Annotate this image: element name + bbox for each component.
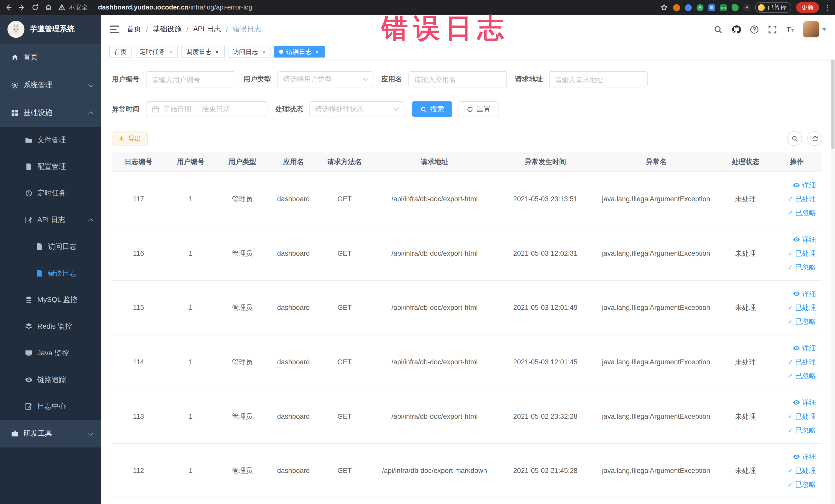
timer-icon [24,189,32,198]
extension-icon[interactable] [673,4,680,11]
close-tab-icon[interactable]: × [261,48,266,55]
home-icon[interactable] [44,3,53,12]
tab-错误日志[interactable]: 错误日志× [274,46,325,58]
extension-on-badge[interactable]: on [720,4,727,11]
processed-link[interactable]: ✓已处理 [788,357,816,367]
tab-定时任务[interactable]: 定时任务× [135,46,178,58]
processed-link[interactable]: ✓已处理 [788,411,816,421]
process-status-select[interactable]: 请选择处理状态 [309,101,404,117]
export-button[interactable]: 导出 [112,132,148,145]
rabbit-logo-icon [7,21,24,38]
eye-icon [24,376,32,384]
user-menu[interactable] [803,21,827,37]
ignored-link[interactable]: ✓已忽略 [788,262,816,272]
table-cell-status: 未处理 [720,335,771,389]
processed-link[interactable]: ✓已处理 [788,303,816,312]
sidebar-item-链路追踪[interactable]: 链路追踪 [0,366,101,393]
processed-link[interactable]: ✓已处理 [788,466,816,475]
sidebar-item-MySQL-监控[interactable]: MySQL 监控 [0,286,101,313]
ignored-link[interactable]: ✓已忽略 [788,480,816,489]
detail-link[interactable]: 详细 [793,180,816,190]
back-icon[interactable] [4,3,13,12]
user-type-select[interactable]: 请选择用户类型 [278,72,373,87]
detail-link[interactable]: 详细 [793,289,816,299]
check-icon: ✓ [788,359,793,365]
breadcrumb-item[interactable]: 基础设施 [153,24,182,34]
ignored-link[interactable]: ✓已忽略 [788,208,816,218]
update-button[interactable]: 更新 [796,2,819,13]
ignored-link[interactable]: ✓已忽略 [788,317,816,326]
breadcrumb-item[interactable]: 首页 [127,24,141,34]
search-button[interactable]: 搜索 [412,101,452,117]
detail-link[interactable]: 详细 [793,235,816,244]
extension-icon[interactable]: ▦ [708,4,715,11]
request-url-input[interactable] [549,72,648,87]
close-tab-icon[interactable]: × [214,48,220,55]
sidebar-item-文件管理[interactable]: 文件管理 [0,127,101,154]
close-tab-icon[interactable]: × [168,48,174,55]
detail-link[interactable]: 详细 [793,398,816,407]
layers-icon [24,322,32,330]
browser-menu-icon[interactable]: ⋮ [824,4,831,11]
processed-link[interactable]: ✓已处理 [788,248,816,258]
monitor-icon [24,349,32,357]
sidebar-item-日志中心[interactable]: 日志中心 [0,393,101,420]
check-icon: ✓ [788,196,793,202]
reset-button[interactable]: 重置 [459,101,498,117]
detail-link[interactable]: 详细 [793,343,816,353]
sidebar-item-系统管理[interactable]: 系统管理 [0,72,101,99]
close-tab-icon[interactable]: × [314,48,320,55]
svg-text:T: T [786,25,790,33]
sidebar-item-Redis-监控[interactable]: Redis 监控 [0,313,101,340]
extension-icon[interactable] [732,4,739,11]
date-range-picker[interactable]: 开始日期 - 结束日期 [146,101,267,117]
tab-访问日志[interactable]: 访问日志× [228,46,271,58]
user-id-input[interactable] [146,72,236,87]
tab-调度日志[interactable]: 调度日志× [181,46,225,58]
sidebar-item-访问日志[interactable]: 访问日志 [0,234,101,260]
puzzle-extensions-icon[interactable]: ⚲ [744,4,750,11]
sidebar-item-定时任务[interactable]: 定时任务 [0,180,101,207]
extension-icon[interactable]: Y [697,4,704,11]
sidebar-item-首页[interactable]: 首页 [0,44,101,72]
ignored-link[interactable]: ✓已忽略 [788,425,816,435]
table-header-cell: 请求地址 [371,152,498,172]
refresh-table-button[interactable] [807,131,822,146]
table-cell-time: 2021-05-03 12:02:31 [498,226,592,280]
table-cell-app: dashboard [268,226,319,280]
github-icon[interactable] [731,24,741,35]
processed-link[interactable]: ✓已处理 [788,194,816,204]
sidebar-item-配置管理[interactable]: 配置管理 [0,154,101,180]
sidebar-item-API-日志[interactable]: API 日志 [0,207,101,234]
ignored-link[interactable]: ✓已忽略 [788,371,816,381]
table-cell-exception: java.lang.IllegalArgumentException [592,281,720,335]
font-size-icon[interactable]: TT [785,24,795,35]
table-cell-status: 未处理 [720,226,771,280]
address-bar[interactable]: dashboard.yudao.iocoder.cn/infra/log/api… [98,4,655,11]
fullscreen-icon[interactable] [767,24,777,35]
paused-badge[interactable]: 已暂停 [755,2,791,13]
breadcrumb-item[interactable]: API 日志 [193,24,221,34]
sidebar-item-错误日志[interactable]: 错误日志 [0,260,101,286]
security-chip[interactable]: 不安全 [58,3,88,12]
detail-link[interactable]: 详细 [793,452,816,461]
help-icon[interactable] [749,24,759,35]
search-icon[interactable] [713,24,723,35]
scrollbar[interactable] [831,15,835,504]
table-header-cell: 应用名 [268,152,319,172]
extension-icon[interactable] [685,4,692,11]
sidebar-item-研发工具[interactable]: 研发工具 [0,420,101,447]
reload-icon[interactable] [31,3,39,12]
forward-icon[interactable] [18,3,26,12]
tab-首页[interactable]: 首页 [109,46,131,58]
infra-icon [11,109,19,117]
sidebar-item-Java-监控[interactable]: Java 监控 [0,340,101,367]
app-logo[interactable]: 芋道管理系统 [0,15,101,44]
app-name-input[interactable] [408,72,507,87]
bookmark-star-icon[interactable] [660,3,668,12]
sidebar-item-基础设施[interactable]: 基础设施 [0,99,101,127]
toggle-search-button[interactable] [787,131,802,146]
collapse-menu-icon[interactable] [109,26,119,33]
check-icon: ✓ [788,264,793,270]
table-header-cell: 异常发生时间 [498,152,592,172]
